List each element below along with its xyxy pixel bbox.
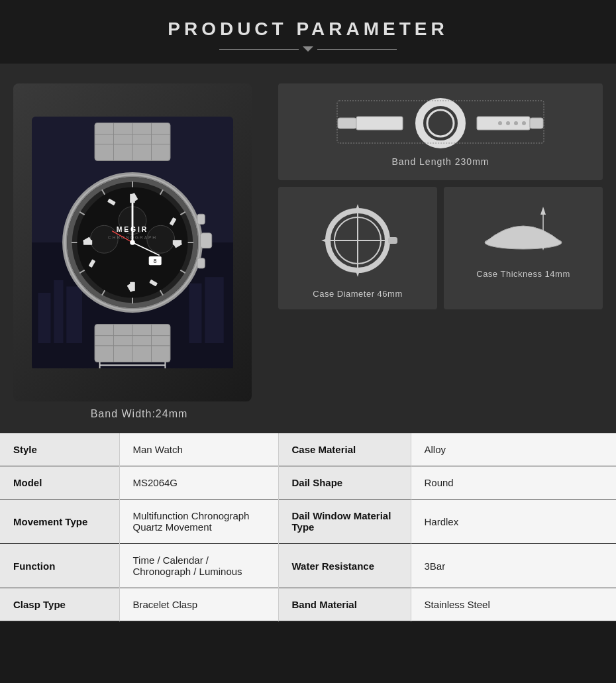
svg-marker-82 bbox=[321, 238, 329, 243]
svg-rect-66 bbox=[356, 117, 403, 130]
case-diameter-svg bbox=[311, 197, 404, 284]
spec-value: Time / Calendar / Chronograph / Luminous bbox=[119, 544, 278, 588]
case-thickness-svg bbox=[477, 197, 570, 264]
svg-rect-74 bbox=[530, 118, 543, 129]
spec-value2: Stainless Steel bbox=[411, 588, 616, 621]
spec-row: Function Time / Calendar / Chronograph /… bbox=[0, 544, 616, 588]
band-length-label: Band Length 230mm bbox=[392, 156, 489, 167]
svg-rect-5 bbox=[189, 284, 202, 343]
spec-label: Function bbox=[0, 544, 119, 588]
spec-value2: Round bbox=[411, 466, 616, 499]
spec-row: Movement Type Multifunction Chronograph … bbox=[0, 499, 616, 544]
svg-rect-65 bbox=[338, 118, 356, 129]
spec-value2: Alloy bbox=[411, 433, 616, 466]
spec-row: Clasp Type Bracelet Clasp Band Material … bbox=[0, 588, 616, 621]
specs-table: Style Man Watch Case Material Alloy Mode… bbox=[0, 433, 616, 621]
svg-point-72 bbox=[514, 121, 518, 125]
svg-marker-87 bbox=[540, 207, 546, 215]
spec-label2: Dail Shape bbox=[278, 466, 411, 499]
spec-value2: Hardlex bbox=[411, 499, 616, 544]
band-width-label: Band Width:24mm bbox=[13, 408, 265, 420]
spec-value: Man Watch bbox=[119, 433, 278, 466]
band-length-diagram: Band Length 230mm bbox=[278, 83, 603, 180]
svg-rect-30 bbox=[197, 214, 205, 224]
svg-marker-80 bbox=[355, 269, 360, 277]
chevron-down-icon bbox=[303, 46, 313, 52]
watch-area: 50 bbox=[13, 83, 265, 420]
product-section: 50 bbox=[0, 64, 616, 433]
spec-label2: Band Material bbox=[278, 588, 411, 621]
svg-rect-31 bbox=[197, 258, 205, 268]
svg-point-67 bbox=[419, 102, 462, 144]
spec-label2: Dail Window Material Type bbox=[278, 499, 411, 544]
svg-rect-6 bbox=[205, 277, 224, 343]
spec-label: Model bbox=[0, 466, 119, 499]
watch-illustration: 50 bbox=[26, 117, 238, 368]
band-length-svg bbox=[334, 97, 546, 150]
page-title: PRODUCT PARAMETER bbox=[13, 19, 603, 40]
svg-rect-3 bbox=[54, 280, 63, 343]
header-divider bbox=[13, 46, 603, 52]
spec-value: Multifunction Chronograph Quartz Movemen… bbox=[119, 499, 278, 544]
case-diameter-label: Case Diameter 46mm bbox=[313, 289, 402, 299]
spec-value2: 3Bar bbox=[411, 544, 616, 588]
specs-section: Style Man Watch Case Material Alloy Mode… bbox=[0, 433, 616, 621]
spec-label2: Case Material bbox=[278, 433, 411, 466]
case-diameter-box: Case Diameter 46mm bbox=[278, 187, 437, 309]
svg-point-71 bbox=[506, 121, 510, 125]
spec-label: Movement Type bbox=[0, 499, 119, 544]
spec-label2: Water Resistance bbox=[278, 544, 411, 588]
case-diagrams-row: Case Diameter 46mm Case Thickness 14mm bbox=[278, 187, 603, 309]
spec-value: MS2064G bbox=[119, 466, 278, 499]
spec-row: Model MS2064G Dail Shape Round bbox=[0, 466, 616, 499]
svg-marker-79 bbox=[355, 204, 360, 212]
page-header: PRODUCT PARAMETER bbox=[0, 0, 616, 64]
svg-rect-4 bbox=[66, 287, 82, 344]
svg-text:8: 8 bbox=[154, 258, 157, 264]
case-thickness-box: Case Thickness 14mm bbox=[444, 187, 603, 309]
spec-label: Clasp Type bbox=[0, 588, 119, 621]
spec-value: Bracelet Clasp bbox=[119, 588, 278, 621]
svg-point-70 bbox=[498, 121, 502, 125]
svg-rect-2 bbox=[38, 293, 51, 343]
svg-point-55 bbox=[130, 240, 135, 245]
diagrams-area: Band Length 230mm bbox=[278, 83, 603, 309]
spec-row: Style Man Watch Case Material Alloy bbox=[0, 433, 616, 466]
svg-point-68 bbox=[427, 110, 454, 136]
case-thickness-label: Case Thickness 14mm bbox=[476, 269, 570, 279]
watch-image: 50 bbox=[13, 83, 252, 401]
svg-rect-84 bbox=[388, 237, 397, 244]
spec-label: Style bbox=[0, 433, 119, 466]
svg-point-73 bbox=[522, 121, 526, 125]
svg-rect-29 bbox=[201, 233, 212, 248]
